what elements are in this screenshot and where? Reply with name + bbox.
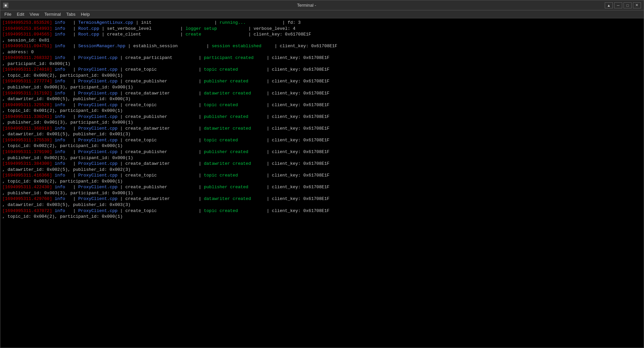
log-line: , datawriter_id: 0x002(5), publisher_id:… — [2, 167, 642, 173]
log-line: [1694995311.422430] info | ProxyClient.c… — [2, 184, 642, 190]
log-line: , topic_id: 0x003(2), participant_id: 0x… — [2, 179, 642, 185]
log-line: [1694995253.853526] info | TermiosAgentL… — [2, 20, 642, 26]
log-line: , publisher_id: 0x000(3), participant_id… — [2, 84, 642, 90]
log-line: , publisher_id: 0x001(3), participant_id… — [2, 120, 642, 126]
log-line: [1694995311.437072] info | ProxyClient.c… — [2, 208, 642, 214]
log-line: [1694995311.368918] info | ProxyClient.c… — [2, 126, 642, 132]
log-line: , publisher_id: 0x003(3), participant_id… — [2, 190, 642, 196]
log-line: [1694995311.416366] info | ProxyClient.c… — [2, 172, 642, 179]
log-line: , topic_id: 0x004(2), participant_id: 0x… — [2, 214, 642, 220]
log-line: [1694995311.094565] info | Root.cpp | cr… — [2, 31, 642, 38]
menu-edit[interactable]: Edit — [14, 11, 27, 17]
log-line: , participant_id: 0x000(1) — [2, 61, 642, 67]
log-line: [1694995311.379190] info | ProxyClient.c… — [2, 149, 642, 155]
menu-terminal[interactable]: Terminal — [42, 11, 63, 17]
log-line: [1694995311.317192] info | ProxyClient.c… — [2, 90, 642, 96]
terminal-output[interactable]: [1694995253.853526] info | TermiosAgentL… — [0, 18, 644, 348]
log-line: , topic_id: 0x002(2), participant_id: 0x… — [2, 143, 642, 149]
log-line: , datawriter_id: 0x003(5), publisher_id:… — [2, 202, 642, 208]
log-line: , address: 0 — [2, 49, 642, 55]
log-line: , session_id: 0x81 — [2, 38, 642, 44]
close-button[interactable]: ✕ — [633, 2, 641, 8]
menu-tabs[interactable]: Tabs — [63, 11, 78, 17]
log-line: [1694995311.384300] info | ProxyClient.c… — [2, 161, 642, 167]
scroll-up-button[interactable]: ▲ — [605, 2, 613, 8]
log-line: [1694995311.325528] info | ProxyClient.c… — [2, 102, 642, 108]
log-line: [1694995311.277774] info | ProxyClient.c… — [2, 78, 642, 84]
menu-help[interactable]: Help — [78, 11, 93, 17]
menu-bar: File Edit View Terminal Tabs Help — [0, 10, 644, 18]
log-line: [1694995311.268332] info | ProxyClient.c… — [2, 55, 642, 61]
maximize-button[interactable]: □ — [624, 2, 632, 8]
window-title: Terminal - — [297, 3, 316, 8]
minimize-button[interactable]: ─ — [614, 2, 622, 8]
log-line: [1694995253.854993] info | Root.cpp | se… — [2, 26, 642, 32]
log-line: [1694995311.094751] info | SessionManage… — [2, 43, 642, 49]
log-line: , datawriter_id: 0x000(5), publisher_id:… — [2, 96, 642, 102]
log-line: , topic_id: 0x001(2), participant_id: 0x… — [2, 108, 642, 114]
window-controls: ▲ ─ □ ✕ — [605, 2, 641, 8]
log-line: [1694995311.330241] info | ProxyClient.c… — [2, 114, 642, 120]
title-bar: ▣ Terminal - ▲ ─ □ ✕ — [0, 0, 644, 10]
menu-view[interactable]: View — [27, 11, 42, 17]
log-line: [1694995311.429760] info | ProxyClient.c… — [2, 196, 642, 202]
log-line: , datawriter_id: 0x001(5), publisher_id:… — [2, 131, 642, 137]
log-line: , topic_id: 0x000(2), participant_id: 0x… — [2, 73, 642, 79]
log-line: [1694995311.375539] info | ProxyClient.c… — [2, 137, 642, 143]
window-icon: ▣ — [3, 3, 8, 8]
terminal-window: ▣ Terminal - ▲ ─ □ ✕ File Edit View Term… — [0, 0, 644, 348]
log-line: , publisher_id: 0x002(3), participant_id… — [2, 155, 642, 161]
menu-file[interactable]: File — [2, 11, 14, 17]
log-line: [1694995311.274010] info | ProxyClient.c… — [2, 67, 642, 73]
